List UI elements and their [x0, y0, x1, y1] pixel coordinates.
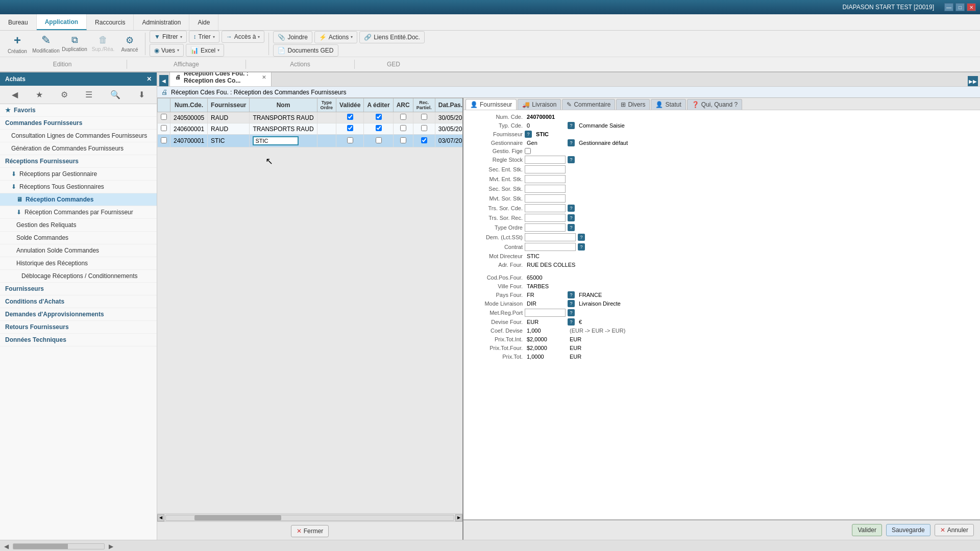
tab-divers[interactable]: ⊞ Divers [616, 99, 650, 110]
sidebar-item-demandes-approvisionnements[interactable]: Demandes d'Approvisionnements [0, 308, 157, 321]
sidebar-item-reception-commandes-fournisseur[interactable]: ⬇ Réception Commandes par Fournisseur [0, 206, 157, 219]
sauvegarde-btn[interactable]: Sauvegarde [886, 524, 930, 536]
documents-ged-btn[interactable]: 📄 Documents GED [273, 44, 338, 57]
help-regle-stock[interactable]: ? [568, 156, 575, 163]
help-fournisseur[interactable]: ? [525, 131, 532, 138]
row2-rec-partiel[interactable] [421, 125, 427, 131]
input-mvt-sor-stk[interactable] [525, 194, 566, 203]
tab-nav-btn[interactable]: ◀ [159, 75, 168, 86]
input-trs-sor-cde[interactable] [525, 204, 566, 212]
checkbox-gestio-fige[interactable] [525, 148, 531, 154]
joindre-btn[interactable]: 📎 Joindre [273, 31, 312, 43]
sidebar-item-generation-commandes[interactable]: Génération de Commandes Fournisseurs [0, 142, 157, 155]
scrollbar-track[interactable] [165, 515, 454, 521]
sidebar-item-solde-commandes[interactable]: Solde Commandes [0, 232, 157, 244]
row3-nom-input[interactable] [253, 136, 299, 145]
sidebar-item-donnees-techniques[interactable]: Données Techniques [0, 334, 157, 346]
row1-arc[interactable] [400, 114, 406, 120]
sidebar-item-deblocage[interactable]: Déblocage Réceptions / Conditionnements [0, 270, 157, 283]
col-rec-partiel[interactable]: Rec.Partiel. [413, 98, 435, 112]
sup-rea-btn[interactable]: 🗑 Sup./Réa. [90, 30, 116, 58]
input-dem-lct-sst[interactable] [525, 233, 576, 241]
tab-commentaire[interactable]: ✎ Commentaire [562, 99, 615, 110]
tab-qui-quand[interactable]: ❓ Qui, Quand ? [687, 99, 742, 110]
help-trs-sor-rec[interactable]: ? [568, 214, 575, 221]
row3-rec-partiel[interactable] [421, 137, 427, 143]
sidebar-item-reception-commandes[interactable]: 🖥 Réception Commandes [0, 193, 157, 206]
table-row[interactable]: 240600001 RAUD TRANSPORTS RAUD 30/05/202… [158, 123, 463, 135]
tab-expand-btn[interactable]: ▶▶ [968, 76, 978, 86]
input-type-ordre[interactable] [525, 223, 566, 232]
row2-validee[interactable] [347, 125, 353, 131]
avance-btn[interactable]: ⚙ Avancé [118, 30, 141, 58]
input-sec-sor-stk[interactable] [525, 185, 566, 193]
col-type-ordre[interactable]: TypeOrdre [317, 98, 336, 112]
footer-right-arrow[interactable]: ▶ [109, 543, 113, 550]
sidebar-item-fournisseurs[interactable]: Fournisseurs [0, 283, 157, 295]
help-gestionnaire[interactable]: ? [568, 139, 575, 146]
sidebar-scrollbar[interactable] [13, 543, 105, 549]
row3-nom-cell[interactable] [250, 135, 317, 147]
tab-close-btn[interactable]: ✕ [262, 74, 266, 80]
menu-aide[interactable]: Aide [189, 14, 218, 30]
scroll-right-btn[interactable]: ▶ [455, 514, 462, 521]
tab-fournisseur[interactable]: 👤 Fournisseur [465, 99, 517, 110]
menu-raccourcis[interactable]: Raccourcis [87, 14, 134, 30]
row3-validee[interactable] [347, 137, 353, 143]
menu-application[interactable]: Application [37, 14, 87, 30]
help-mode-livraison[interactable]: ? [568, 300, 575, 307]
col-a-editer[interactable]: A éditer [364, 98, 393, 112]
annuler-btn[interactable]: ✕ Annuler [935, 524, 974, 536]
tab-reception-cdes[interactable]: 🖨 Réception Cdes Fou. : Réception des Co… [169, 72, 272, 86]
creation-btn[interactable]: + Création [4, 30, 31, 58]
sidebar-nav-list[interactable]: ☰ [82, 89, 95, 101]
vues-btn[interactable]: ◉ Vues ▾ [150, 44, 184, 57]
input-met-reg-port[interactable] [525, 309, 566, 317]
valider-btn[interactable]: Valider [852, 524, 881, 536]
footer-left-arrow[interactable]: ◀ [4, 543, 9, 550]
col-fournisseur[interactable]: Fournisseur [208, 98, 250, 112]
trier-btn[interactable]: ↕ Trier ▾ [189, 31, 219, 43]
row1-select[interactable] [161, 114, 167, 120]
sidebar-nav-left[interactable]: ◀ [9, 89, 21, 101]
row2-arc[interactable] [400, 125, 406, 131]
input-regle-stock[interactable] [525, 156, 566, 164]
sidebar-item-retours-fournisseurs[interactable]: Retours Fournisseurs [0, 321, 157, 334]
sidebar-item-historique-receptions[interactable]: Historique des Réceptions [0, 257, 157, 270]
sidebar-nav-download[interactable]: ⬇ [135, 89, 148, 101]
row2-select[interactable] [161, 125, 167, 131]
minimize-btn[interactable]: — [944, 3, 953, 11]
table-row[interactable]: 240700001 STIC 03/07/2024 [158, 135, 463, 147]
help-pays-four[interactable]: ? [568, 291, 575, 298]
window-controls[interactable]: — □ ✕ [944, 3, 976, 11]
tab-livraison[interactable]: 🚚 Livraison [518, 99, 561, 110]
col-nom[interactable]: Nom [250, 98, 317, 112]
sidebar-close-btn[interactable]: ✕ [146, 76, 152, 83]
liens-entite-btn[interactable]: 🔗 Liens Entité.Doc. [359, 31, 425, 43]
help-type-ordre[interactable]: ? [568, 224, 575, 231]
filtrer-btn[interactable]: ▼ Filtrer ▾ [150, 31, 187, 43]
modification-btn[interactable]: ✎ Modification [33, 30, 59, 58]
col-arc[interactable]: ARC [393, 98, 413, 112]
duplication-btn[interactable]: ⧉ Duplication [61, 30, 88, 58]
help-contrat[interactable]: ? [578, 243, 585, 251]
row3-arc[interactable] [400, 137, 406, 143]
excel-btn[interactable]: 📊 Excel ▾ [186, 44, 224, 57]
menu-bureau[interactable]: Bureau [0, 14, 37, 30]
row1-rec-partiel[interactable] [421, 114, 427, 120]
sidebar-item-receptions-tous[interactable]: ⬇ Réceptions Tous Gestionnaires [0, 181, 157, 193]
col-validee[interactable]: Validée [336, 98, 364, 112]
sidebar-item-receptions-gestionnaire[interactable]: ⬇ Réceptions par Gestionnaire [0, 168, 157, 181]
scroll-left-btn[interactable]: ◀ [157, 514, 164, 521]
maximize-btn[interactable]: □ [955, 3, 965, 11]
row3-select[interactable] [161, 137, 167, 143]
sidebar-item-consultation-lignes[interactable]: Consultation Lignes de Commandes Fournis… [0, 130, 157, 142]
menu-administration[interactable]: Administration [134, 14, 189, 30]
sidebar-nav-star[interactable]: ★ [33, 89, 46, 101]
row3-a-editer[interactable] [376, 137, 382, 143]
row1-validee[interactable] [347, 114, 353, 120]
input-sec-ent-stk[interactable] [525, 165, 566, 173]
input-contrat[interactable] [525, 243, 576, 251]
close-btn[interactable]: ✕ [967, 3, 976, 11]
sidebar-nav-search[interactable]: 🔍 [107, 89, 124, 101]
